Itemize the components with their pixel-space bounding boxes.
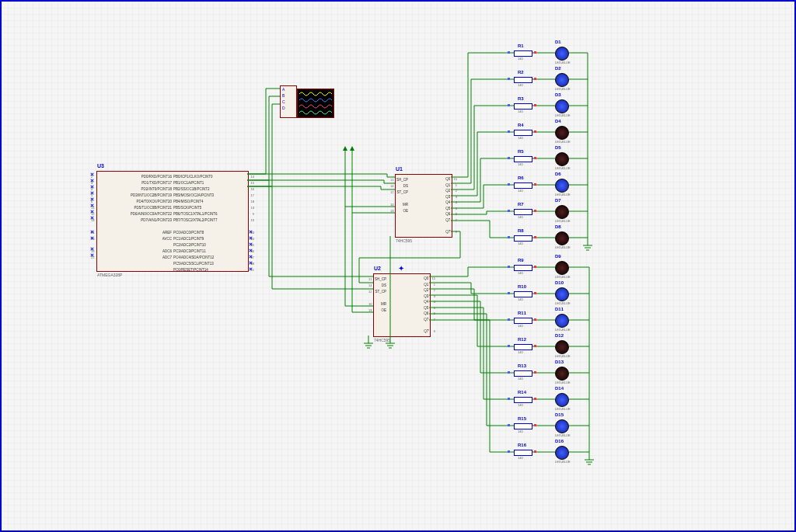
led-D4[interactable] xyxy=(555,126,569,140)
nc-marker xyxy=(90,247,93,250)
led-ref: D6 xyxy=(555,172,561,176)
led-D5[interactable] xyxy=(555,152,569,166)
led-part: LED-BLUE xyxy=(555,61,571,64)
nc-marker xyxy=(90,230,93,233)
nc-marker xyxy=(90,172,93,176)
resistor-R2[interactable] xyxy=(514,77,532,83)
resistor-ref: R4 xyxy=(518,123,524,127)
led-D8[interactable] xyxy=(555,231,569,245)
resistor-R13[interactable] xyxy=(514,370,532,377)
led-D10[interactable] xyxy=(555,287,569,301)
led-ref: D9 xyxy=(555,254,561,259)
resistor-ref: R8 xyxy=(518,228,524,233)
resistor-val: 140 xyxy=(518,162,523,166)
resistor-ref: R3 xyxy=(518,96,524,101)
nc-marker xyxy=(90,191,93,194)
nc-marker xyxy=(90,210,93,213)
led-part: LED-BLUE xyxy=(555,433,571,437)
resistor-val: 140 xyxy=(518,350,523,354)
led-ref: D1 xyxy=(555,40,561,44)
resistor-R12[interactable] xyxy=(514,344,532,350)
resistor-val: 140 xyxy=(518,456,523,460)
led-part: LED-BLUE xyxy=(555,407,571,411)
led-part: LED-BLUE xyxy=(555,460,571,464)
resistor-ref: R16 xyxy=(518,443,526,447)
resistor-R3[interactable] xyxy=(514,103,532,110)
led-part: LED-BLUE xyxy=(555,140,571,144)
led-D3[interactable] xyxy=(555,99,569,113)
led-ref: D5 xyxy=(555,145,561,150)
resistor-ref: R7 xyxy=(518,202,524,207)
resistor-val: 140 xyxy=(518,242,523,245)
resistor-R10[interactable] xyxy=(514,291,532,297)
resistor-val: 140 xyxy=(518,324,523,328)
resistor-val: 140 xyxy=(518,83,523,87)
wire-net xyxy=(2,2,794,530)
resistor-R11[interactable] xyxy=(514,318,532,324)
resistor-val: 140 xyxy=(518,403,523,407)
led-D2[interactable] xyxy=(555,73,569,87)
led-D14[interactable] xyxy=(555,393,569,407)
resistor-ref: R9 xyxy=(518,258,524,263)
resistor-val: 140 xyxy=(518,136,523,140)
led-part: LED-BLUE xyxy=(555,301,571,305)
led-D12[interactable] xyxy=(555,340,569,354)
nc-marker xyxy=(90,216,93,219)
resistor-ref: R5 xyxy=(518,149,524,154)
led-part: LED-BLUE xyxy=(555,328,571,332)
resistor-ref: R1 xyxy=(518,43,524,48)
led-ref: D15 xyxy=(555,412,564,417)
resistor-R4[interactable] xyxy=(514,130,532,136)
led-D15[interactable] xyxy=(555,419,569,433)
resistor-ref: R14 xyxy=(518,390,526,395)
nc-marker xyxy=(90,203,93,207)
resistor-val: 140 xyxy=(518,189,523,193)
led-part: LED-BLUE xyxy=(555,166,571,170)
resistor-val: 140 xyxy=(518,429,523,433)
led-ref: D8 xyxy=(555,224,561,229)
led-ref: D12 xyxy=(555,333,564,338)
led-part: LED-BLUE xyxy=(555,381,571,384)
nc-marker xyxy=(90,185,93,188)
led-part: LED-BLUE xyxy=(555,219,571,223)
resistor-ref: R11 xyxy=(518,311,526,315)
resistor-R8[interactable] xyxy=(514,235,532,242)
led-D6[interactable] xyxy=(555,179,569,193)
led-ref: D11 xyxy=(555,307,564,311)
resistor-R14[interactable] xyxy=(514,397,532,403)
nc-marker xyxy=(90,197,93,200)
led-ref: D3 xyxy=(555,92,561,97)
nc-marker xyxy=(90,253,93,256)
resistor-ref: R2 xyxy=(518,70,524,75)
nc-marker xyxy=(90,236,93,239)
resistor-R16[interactable] xyxy=(514,450,532,456)
resistor-R6[interactable] xyxy=(514,183,532,189)
led-part: LED-BLUE xyxy=(555,275,571,279)
led-ref: D7 xyxy=(555,198,561,203)
led-part: LED-BLUE xyxy=(555,87,571,91)
led-D1[interactable] xyxy=(555,47,569,61)
resistor-val: 140 xyxy=(518,297,523,301)
resistor-ref: R10 xyxy=(518,284,526,289)
resistor-R1[interactable] xyxy=(514,50,532,57)
led-ref: D14 xyxy=(555,386,564,391)
schematic-layer: U3 ATMEGA328P 2PD0/RXD/PCINT163PD1/TXD/P… xyxy=(2,2,794,530)
led-D11[interactable] xyxy=(555,314,569,328)
schematic-canvas[interactable]: U3 ATMEGA328P 2PD0/RXD/PCINT163PD1/TXD/P… xyxy=(0,0,796,532)
led-D16[interactable] xyxy=(555,446,569,460)
led-D13[interactable] xyxy=(555,367,569,381)
led-ref: D2 xyxy=(555,66,561,71)
resistor-val: 140 xyxy=(518,57,523,61)
led-part: LED-BLUE xyxy=(555,354,571,358)
led-ref: D10 xyxy=(555,280,564,285)
resistor-R7[interactable] xyxy=(514,209,532,215)
resistor-R9[interactable] xyxy=(514,265,532,271)
resistor-R15[interactable] xyxy=(514,423,532,429)
resistor-ref: R15 xyxy=(518,416,526,421)
led-ref: D4 xyxy=(555,119,561,123)
led-D7[interactable] xyxy=(555,205,569,219)
resistor-ref: R13 xyxy=(518,363,526,368)
led-D9[interactable] xyxy=(555,261,569,275)
resistor-R5[interactable] xyxy=(514,156,532,162)
led-part: LED-BLUE xyxy=(555,113,571,117)
